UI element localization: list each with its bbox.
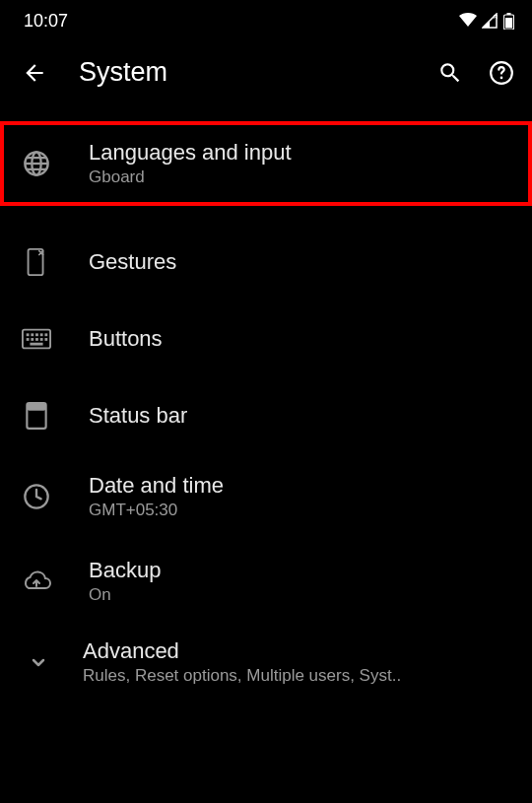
item-buttons[interactable]: Buttons xyxy=(0,301,532,377)
item-label: Languages and input xyxy=(89,140,510,166)
statusbar-icon xyxy=(22,401,51,431)
item-languages-input[interactable]: Languages and input Gboard xyxy=(0,121,532,206)
item-label: Backup xyxy=(89,558,510,583)
status-time: 10:07 xyxy=(24,11,68,32)
help-icon[interactable] xyxy=(489,60,514,86)
clock-icon xyxy=(22,482,51,511)
wifi-icon xyxy=(458,13,478,29)
svg-rect-14 xyxy=(40,333,43,336)
cloud-upload-icon xyxy=(22,567,51,596)
page-title: System xyxy=(79,57,406,88)
item-advanced[interactable]: Advanced Rules, Reset options, Multiple … xyxy=(0,624,532,701)
back-icon[interactable] xyxy=(22,60,47,86)
svg-rect-23 xyxy=(27,403,45,411)
item-label: Gestures xyxy=(89,249,510,275)
item-sublabel: GMT+05:30 xyxy=(89,501,510,520)
status-bar: 10:07 R xyxy=(0,0,532,37)
keyboard-icon xyxy=(22,324,51,354)
signal-icon: R xyxy=(482,13,499,29)
svg-rect-19 xyxy=(40,338,43,341)
status-icons: R xyxy=(458,13,514,30)
svg-rect-3 xyxy=(505,18,512,29)
chevron-down-icon xyxy=(24,647,53,677)
settings-list: Languages and input Gboard Gestures Butt… xyxy=(0,111,532,701)
item-status-bar[interactable]: Status bar xyxy=(0,377,532,454)
item-label: Status bar xyxy=(89,403,510,429)
item-label: Buttons xyxy=(89,326,510,352)
svg-rect-11 xyxy=(27,333,30,336)
item-gestures[interactable]: Gestures xyxy=(0,224,532,301)
svg-rect-15 xyxy=(44,333,47,336)
globe-icon xyxy=(22,149,51,178)
svg-rect-16 xyxy=(27,338,30,341)
search-icon[interactable] xyxy=(437,60,463,86)
svg-rect-17 xyxy=(31,338,33,341)
item-backup[interactable]: Backup On xyxy=(0,539,532,624)
app-header: System xyxy=(0,37,532,111)
battery-icon xyxy=(503,13,514,30)
svg-rect-20 xyxy=(44,338,47,341)
svg-point-5 xyxy=(500,76,503,79)
svg-rect-12 xyxy=(31,333,33,336)
svg-rect-13 xyxy=(35,333,38,336)
item-label: Advanced xyxy=(83,638,510,664)
item-date-time[interactable]: Date and time GMT+05:30 xyxy=(0,454,532,539)
item-sublabel: Rules, Reset options, Multiple users, Sy… xyxy=(83,666,510,686)
item-sublabel: Gboard xyxy=(89,167,510,187)
item-label: Date and time xyxy=(89,473,510,499)
phone-gesture-icon xyxy=(22,247,51,277)
svg-rect-18 xyxy=(35,338,38,341)
item-sublabel: On xyxy=(89,585,510,605)
svg-rect-21 xyxy=(30,343,42,346)
